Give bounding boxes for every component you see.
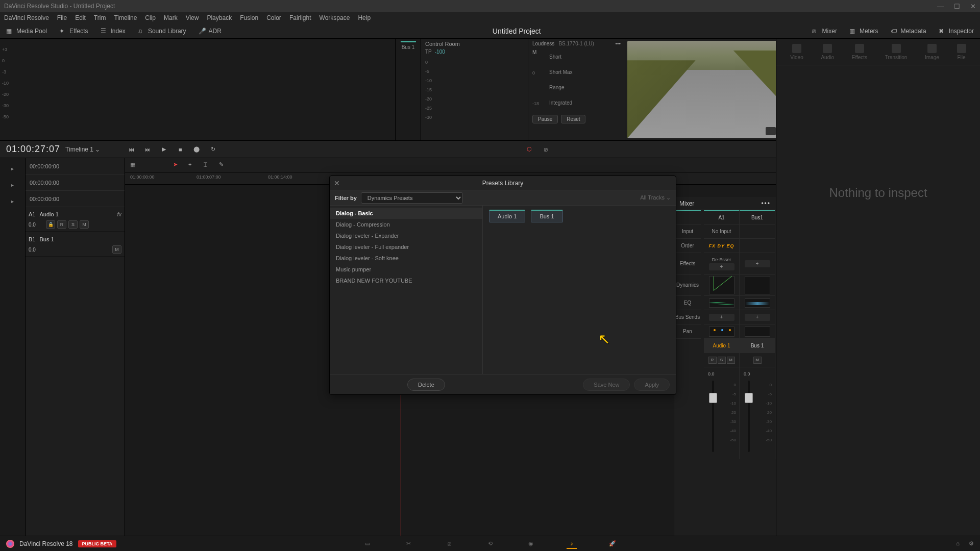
metadata-button[interactable]: 🏷Metadata	[885, 28, 933, 35]
record-button[interactable]: ⬤	[191, 144, 202, 155]
eq-graph[interactable]	[745, 298, 770, 308]
prev-button[interactable]: ⏮	[126, 144, 137, 155]
tc-dur[interactable]: 00:00:00:00	[26, 191, 125, 207]
expand-icon[interactable]	[766, 127, 776, 135]
menu-item[interactable]: Fairlight	[289, 14, 311, 21]
delete-button[interactable]: Delete	[407, 379, 445, 391]
all-tracks-dropdown[interactable]: All Tracks ⌄	[640, 194, 671, 201]
dynamics-graph[interactable]	[709, 276, 734, 294]
add-send-button[interactable]: +	[709, 314, 734, 321]
close-icon[interactable]: ✕	[970, 3, 976, 10]
tab-file[interactable]: File	[957, 44, 966, 60]
home-icon[interactable]: ⌂	[956, 540, 960, 547]
pause-button[interactable]: Pause	[532, 115, 558, 123]
record-arm-button[interactable]: R	[708, 357, 717, 364]
menu-item[interactable]: File	[57, 14, 67, 21]
automation-icon[interactable]: ⬡	[524, 144, 535, 155]
preset-item[interactable]: BRAND NEW FOR YOUTUBE	[330, 275, 482, 286]
mute-button[interactable]: M	[727, 357, 735, 364]
stop-button[interactable]: ■	[175, 144, 186, 155]
pan-control[interactable]	[745, 327, 770, 337]
fader[interactable]: 0.0 0-5-10-20-30-40-50	[740, 367, 775, 459]
timeline-selector[interactable]: Timeline 1 ⌄	[65, 146, 100, 153]
media-page-button[interactable]: ▭	[362, 539, 373, 549]
add-send-button[interactable]: +	[745, 314, 770, 321]
next-button[interactable]: ⏭	[142, 144, 153, 155]
input-selector[interactable]	[740, 224, 775, 239]
mixer-button[interactable]: ⎚Mixer	[806, 28, 843, 35]
solo-button[interactable]: S	[68, 220, 78, 229]
solo-button[interactable]: S	[718, 357, 726, 364]
tc-out[interactable]: 00:00:00:00	[26, 174, 125, 191]
deliver-page-button[interactable]: 🚀	[607, 539, 618, 549]
layout-icon[interactable]: ▦	[130, 161, 138, 169]
marker-tool[interactable]: +	[188, 161, 197, 169]
filter-dropdown[interactable]: Dynamics Presets	[361, 192, 463, 204]
fader[interactable]: 0.0 0-5-10-20-30-40-50	[704, 367, 739, 459]
video-viewer[interactable]	[627, 41, 779, 138]
menu-item[interactable]: Color	[266, 14, 281, 21]
track-chip[interactable]: Audio 1	[489, 210, 525, 222]
track-header-a1[interactable]: A1Audio 1fx 0.0 🔒 R S M	[26, 207, 125, 232]
menu-item[interactable]: View	[186, 14, 199, 21]
inspector-button[interactable]: ✖Inspector	[933, 28, 980, 35]
adr-button[interactable]: 🎤ADR	[192, 28, 228, 35]
more-icon[interactable]: •••	[761, 200, 771, 207]
media-pool-button[interactable]: ▦Media Pool	[0, 28, 53, 35]
preset-item[interactable]: Music pumper	[330, 264, 482, 275]
tab-video[interactable]: Video	[790, 44, 803, 60]
menu-item[interactable]: Workspace	[320, 14, 350, 21]
mute-button[interactable]: M	[80, 220, 89, 229]
lock-icon[interactable]: 🔒	[46, 220, 55, 229]
razor-tool[interactable]: ⌶	[204, 161, 212, 169]
index-button[interactable]: ☰Index	[94, 28, 132, 35]
preset-item[interactable]: Dialog leveler - Soft knee	[330, 253, 482, 264]
tc-in[interactable]: 00:00:00:00	[26, 158, 125, 174]
eq-graph[interactable]	[709, 298, 734, 308]
tab-transition[interactable]: Transition	[885, 44, 908, 60]
record-arm-button[interactable]: R	[57, 220, 66, 229]
tab-audio[interactable]: Audio	[821, 44, 834, 60]
fairlight-page-button[interactable]: ♪	[567, 539, 577, 549]
menu-item[interactable]: DaVinci Resolve	[4, 14, 49, 21]
apply-button[interactable]: Apply	[634, 379, 670, 391]
timecode-display[interactable]: 01:00:27:07	[6, 144, 60, 155]
play-out-icon[interactable]: ▸	[11, 182, 14, 188]
effects-button[interactable]: ✦Effects	[53, 28, 94, 35]
menu-item[interactable]: Help	[358, 14, 371, 21]
minimize-icon[interactable]: —	[937, 3, 944, 10]
meters-button[interactable]: ▥Meters	[843, 28, 885, 35]
preset-item[interactable]: Dialog leveler - Expander	[330, 230, 482, 241]
menu-item[interactable]: Timeline	[114, 14, 137, 21]
input-selector[interactable]: No Input	[704, 224, 739, 239]
menu-item[interactable]: Trim	[94, 14, 106, 21]
duration-icon[interactable]: ▸	[11, 198, 14, 204]
dynamics-graph[interactable]	[745, 276, 770, 294]
fusion-page-button[interactable]: ⟲	[485, 539, 495, 549]
settings-icon[interactable]: ⎚	[540, 144, 551, 155]
preset-item[interactable]: Dialog leveler - Full expander	[330, 241, 482, 253]
menu-item[interactable]: Edit	[75, 14, 86, 21]
tab-effects[interactable]: Effects	[852, 44, 867, 60]
menu-item[interactable]: Mark	[164, 14, 178, 21]
pencil-tool[interactable]: ✎	[219, 161, 227, 169]
save-new-button[interactable]: Save New	[583, 379, 630, 391]
play-in-icon[interactable]: ▸	[11, 166, 14, 171]
track-header-b1[interactable]: B1Bus 1 0.0 M	[26, 232, 125, 257]
edit-page-button[interactable]: ⎚	[444, 539, 454, 549]
add-effect-button[interactable]: +	[745, 260, 770, 267]
loop-button[interactable]: ↻	[207, 144, 218, 155]
reset-button[interactable]: Reset	[561, 115, 585, 123]
color-page-button[interactable]: ◉	[526, 539, 536, 549]
gear-icon[interactable]: ⚙	[969, 540, 974, 547]
tab-image[interactable]: Image	[925, 44, 939, 60]
menu-item[interactable]: Fusion	[240, 14, 258, 21]
preset-item[interactable]: Dialog - Basic	[330, 208, 482, 219]
mute-button[interactable]: M	[112, 245, 121, 254]
track-chip[interactable]: Bus 1	[531, 210, 562, 222]
pointer-tool[interactable]: ➤	[173, 161, 181, 169]
close-button[interactable]: ✕	[334, 179, 340, 187]
maximize-icon[interactable]: ☐	[954, 3, 960, 10]
menu-item[interactable]: Playback	[207, 14, 232, 21]
pan-control[interactable]	[709, 327, 734, 337]
